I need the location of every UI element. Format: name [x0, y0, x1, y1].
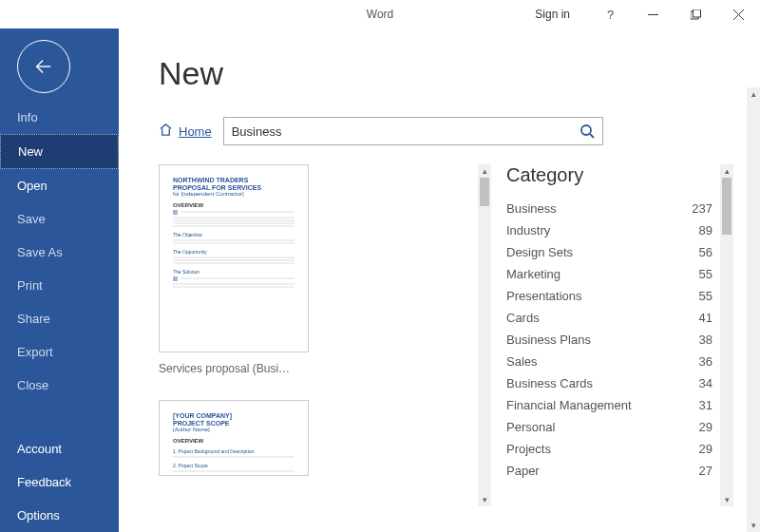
breadcrumb-home[interactable]: Home: [159, 123, 212, 140]
scroll-down-icon[interactable]: ▾: [747, 519, 760, 532]
template-item[interactable]: [YOUR COMPANY] PROJECT SCOPE [Author Nam…: [159, 400, 309, 476]
template-thumbnail: NORTHWIND TRADERS PROPOSAL FOR SERVICES …: [159, 164, 309, 352]
content-area: ▴ ▾ New Home ▴: [119, 28, 760, 532]
category-item[interactable]: Business237: [501, 198, 733, 219]
sidebar-item-print[interactable]: Print: [0, 269, 119, 302]
home-icon: [159, 123, 173, 140]
templates-scrollbar[interactable]: ▴ ▾: [478, 164, 491, 506]
svg-line-7: [590, 134, 594, 138]
svg-point-6: [581, 125, 591, 135]
category-item[interactable]: Cards41: [501, 307, 733, 329]
sidebar-item-info[interactable]: Info: [0, 101, 119, 134]
sidebar-item-save[interactable]: Save: [0, 202, 119, 236]
category-item[interactable]: Financial Management31: [501, 394, 733, 416]
svg-rect-2: [694, 10, 701, 17]
minimize-button[interactable]: [632, 0, 674, 28]
sidebar-item-options[interactable]: Options: [0, 499, 119, 532]
titlebar: Word Sign in ?: [0, 0, 760, 28]
category-item[interactable]: Presentations55: [501, 285, 733, 307]
breadcrumb-home-label: Home: [179, 124, 212, 139]
category-title: Category: [501, 164, 733, 186]
scrollbar-thumb[interactable]: [480, 178, 489, 206]
category-item[interactable]: Marketing55: [501, 263, 733, 285]
scrollbar-thumb[interactable]: [722, 178, 732, 235]
app-title: Word: [367, 8, 393, 21]
sidebar-item-save-as[interactable]: Save As: [0, 236, 119, 269]
scroll-down-icon[interactable]: ▾: [478, 493, 491, 506]
category-item[interactable]: Industry89: [501, 219, 733, 241]
maximize-button[interactable]: [674, 0, 717, 28]
category-item[interactable]: Paper27: [501, 460, 733, 482]
category-item[interactable]: Business Plans38: [501, 329, 733, 351]
scroll-down-icon[interactable]: ▾: [720, 493, 733, 506]
breadcrumb-row: Home: [159, 117, 733, 145]
close-button[interactable]: [717, 0, 760, 28]
category-scrollbar[interactable]: ▴ ▾: [720, 164, 733, 506]
sign-in-link[interactable]: Sign in: [535, 8, 570, 21]
category-item[interactable]: Sales36: [501, 351, 733, 372]
sidebar-item-feedback[interactable]: Feedback: [0, 466, 119, 499]
scroll-up-icon[interactable]: ▴: [478, 164, 491, 178]
sidebar-item-open[interactable]: Open: [0, 169, 119, 202]
category-item[interactable]: Design Sets56: [501, 241, 733, 263]
search-input[interactable]: [232, 124, 580, 139]
scroll-up-icon[interactable]: ▴: [747, 87, 760, 101]
content-scrollbar[interactable]: ▴ ▾: [747, 87, 760, 532]
category-panel: ▴ ▾ Category Business237 Industry89 Desi…: [501, 164, 733, 506]
category-item[interactable]: Projects29: [501, 438, 733, 460]
category-item[interactable]: Business Cards34: [501, 372, 733, 394]
backstage-sidebar: Info New Open Save Save As Print Share E…: [0, 28, 119, 532]
sidebar-item-account[interactable]: Account: [0, 432, 119, 466]
search-icon[interactable]: [580, 124, 595, 139]
category-item[interactable]: Personal29: [501, 416, 733, 438]
sidebar-item-new[interactable]: New: [0, 134, 119, 169]
template-item[interactable]: NORTHWIND TRADERS PROPOSAL FOR SERVICES …: [159, 164, 309, 375]
template-caption: Services proposal (Busi…: [159, 362, 309, 375]
template-thumbnail: [YOUR COMPANY] PROJECT SCOPE [Author Nam…: [159, 400, 309, 476]
scroll-up-icon[interactable]: ▴: [720, 164, 733, 178]
help-button[interactable]: ?: [589, 0, 632, 28]
sidebar-item-close[interactable]: Close: [0, 369, 119, 402]
sidebar-item-export[interactable]: Export: [0, 335, 119, 369]
search-box[interactable]: [223, 117, 603, 145]
sidebar-item-share[interactable]: Share: [0, 302, 119, 335]
templates-list: ▴ ▾ NORTHWIND TRADERS PROPOSAL FOR SERVI…: [159, 164, 491, 506]
back-button[interactable]: [17, 40, 70, 93]
page-title: New: [159, 55, 733, 92]
